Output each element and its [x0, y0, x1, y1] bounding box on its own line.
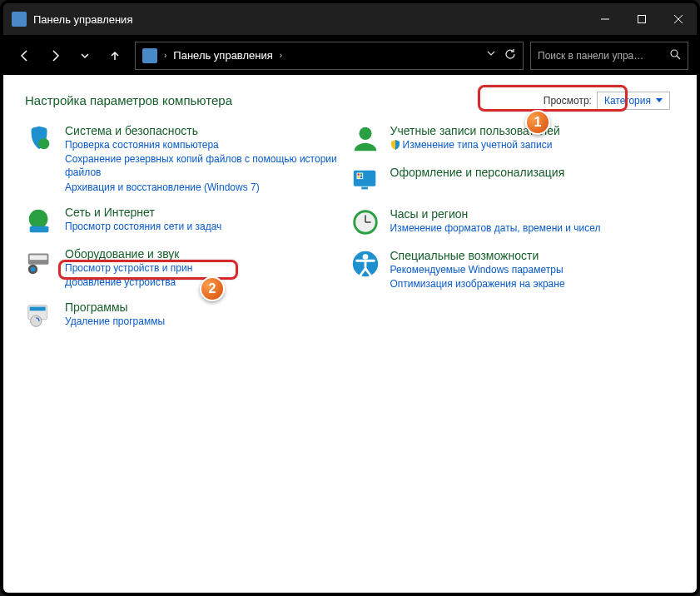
task-link[interactable]: Рекомендуемые Windows параметры — [390, 263, 565, 276]
svg-point-7 — [29, 209, 48, 228]
navbar: › Панель управления › — [3, 35, 697, 75]
search-box[interactable] — [530, 42, 688, 70]
app-icon — [12, 12, 27, 27]
back-button[interactable] — [12, 42, 38, 69]
maximize-button[interactable] — [623, 3, 660, 35]
up-button[interactable] — [102, 42, 128, 69]
forward-button[interactable] — [42, 42, 68, 69]
category-hardware-sound: Оборудование и звук Просмотр устройств и… — [25, 247, 350, 289]
svg-rect-8 — [30, 226, 49, 232]
task-link[interactable]: Добавление устройства — [65, 276, 192, 289]
breadcrumb-root-icon — [142, 48, 157, 63]
shield-icon — [390, 140, 400, 150]
category-ease-of-access: Специальные возможности Рекомендуемые Wi… — [350, 249, 676, 291]
svg-line-5 — [677, 56, 680, 59]
minimize-button[interactable] — [587, 3, 623, 35]
svg-rect-14 — [30, 307, 46, 311]
search-icon[interactable] — [669, 48, 681, 63]
category-link[interactable]: Система и безопасность — [65, 124, 350, 137]
task-link[interactable]: Удаление программы — [65, 315, 165, 328]
svg-point-16 — [359, 127, 371, 140]
viewby-value: Категория — [604, 95, 651, 107]
annotation-badge-1: 1 — [525, 110, 550, 135]
task-link[interactable]: Изменение форматов даты, времени и чисел — [390, 221, 601, 235]
svg-rect-22 — [360, 176, 361, 178]
chevron-down-icon — [656, 98, 663, 103]
system-security-icon — [25, 124, 55, 154]
window-title: Панель управления — [33, 13, 132, 26]
category-programs: Программы Удаление программы — [25, 300, 350, 330]
task-link[interactable]: Изменение типа учетной записи — [390, 138, 560, 151]
page-title: Настройка параметров компьютера — [25, 93, 232, 107]
svg-rect-1 — [638, 16, 646, 23]
category-link[interactable]: Специальные возможности — [390, 249, 565, 262]
appearance-icon — [350, 166, 380, 196]
breadcrumb-sep: › — [280, 51, 282, 60]
view-by-control: Просмотр: Категория — [544, 92, 670, 110]
task-link[interactable]: Архивация и восстановление (Windows 7) — [65, 181, 350, 194]
task-link[interactable]: Просмотр устройств и прин — [65, 261, 192, 275]
task-link[interactable]: Проверка состояния компьютера — [65, 138, 350, 151]
category-user-accounts: Учетные записи пользователей Изменение т… — [350, 124, 676, 154]
svg-rect-20 — [360, 173, 361, 175]
hardware-sound-icon — [25, 247, 55, 277]
annotation-badge-2: 2 — [200, 276, 225, 301]
category-network: Сеть и Интернет Просмотр состояния сети … — [25, 206, 350, 236]
svg-rect-21 — [357, 176, 359, 178]
category-link[interactable]: Оформление и персонализация — [390, 166, 565, 179]
svg-point-28 — [362, 254, 368, 260]
breadcrumb-sep: › — [164, 51, 166, 60]
svg-rect-19 — [357, 173, 359, 175]
refresh-icon[interactable] — [504, 48, 516, 62]
address-bar[interactable]: › Панель управления › — [135, 42, 524, 70]
svg-point-15 — [31, 315, 42, 326]
network-icon — [25, 206, 55, 236]
close-button[interactable] — [660, 3, 697, 35]
clock-region-icon — [350, 207, 380, 237]
task-link[interactable]: Сохранение резервных копий файлов с помо… — [65, 152, 350, 179]
category-link[interactable]: Оборудование и звук — [65, 247, 192, 261]
ease-of-access-icon — [350, 249, 380, 279]
search-input[interactable] — [538, 50, 669, 62]
viewby-dropdown[interactable]: Категория — [597, 92, 670, 110]
user-accounts-icon — [350, 124, 380, 154]
breadcrumb-item[interactable]: Панель управления — [173, 49, 272, 62]
svg-point-12 — [31, 266, 36, 271]
programs-icon — [25, 300, 55, 330]
category-link[interactable]: Часы и регион — [390, 207, 601, 221]
category-link[interactable]: Программы — [65, 300, 165, 314]
viewby-label: Просмотр: — [544, 95, 592, 107]
address-dropdown-icon[interactable] — [486, 48, 496, 62]
category-appearance: Оформление и персонализация — [350, 166, 676, 196]
recent-dropdown-button[interactable] — [72, 42, 98, 69]
category-clock-region: Часы и регион Изменение форматов даты, в… — [350, 207, 676, 237]
content-area: Настройка параметров компьютера Просмотр… — [3, 75, 697, 593]
svg-point-6 — [38, 138, 49, 149]
titlebar: Панель управления — [3, 3, 697, 35]
task-link[interactable]: Просмотр состояния сети и задач — [65, 220, 221, 233]
category-link[interactable]: Сеть и Интернет — [65, 206, 221, 219]
svg-rect-10 — [30, 255, 47, 260]
svg-rect-23 — [361, 187, 368, 190]
svg-point-4 — [671, 50, 678, 57]
category-system-security: Система и безопасность Проверка состояни… — [25, 124, 350, 194]
task-link[interactable]: Оптимизация изображения на экране — [390, 277, 565, 291]
